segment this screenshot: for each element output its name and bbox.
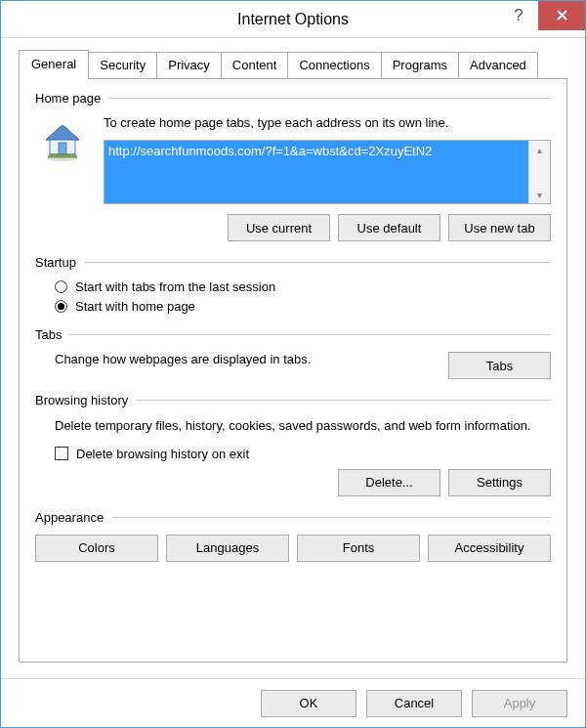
help-button[interactable]: ?: [499, 1, 538, 30]
tabs-section-text: Change how webpages are displayed in tab…: [55, 352, 437, 366]
fonts-button[interactable]: Fonts: [297, 535, 420, 562]
tabs-section-title: Tabs: [35, 327, 62, 342]
divider: [136, 400, 551, 401]
close-icon: [557, 8, 567, 23]
home-icon: [35, 115, 90, 162]
window-title: Internet Options: [237, 11, 349, 28]
tab-programs[interactable]: Programs: [381, 52, 459, 78]
ok-button[interactable]: OK: [261, 690, 356, 717]
tab-general[interactable]: General: [19, 50, 89, 79]
tab-security[interactable]: Security: [88, 52, 157, 78]
scrollbar[interactable]: ▴ ▾: [528, 141, 550, 203]
homepage-title: Home page: [35, 91, 101, 106]
close-button[interactable]: [538, 1, 585, 30]
cancel-button[interactable]: Cancel: [366, 690, 462, 717]
use-current-button[interactable]: Use current: [228, 214, 330, 241]
checkbox-icon: [55, 447, 68, 460]
radio-icon: [55, 300, 67, 313]
delete-button[interactable]: Delete...: [338, 469, 440, 496]
scroll-up-icon[interactable]: ▴: [529, 141, 550, 158]
accessibility-button[interactable]: Accessibility: [428, 535, 551, 562]
radio-label: Start with home page: [75, 299, 195, 314]
radio-label: Start with tabs from the last session: [75, 279, 275, 294]
divider: [69, 334, 551, 335]
history-title: Browsing history: [35, 393, 128, 407]
tab-content[interactable]: Content: [221, 52, 289, 78]
tab-advanced[interactable]: Advanced: [458, 52, 538, 78]
tab-privacy[interactable]: Privacy: [156, 52, 222, 78]
help-icon: ?: [514, 6, 523, 25]
tabstrip: General Security Privacy Content Connect…: [19, 52, 567, 78]
delete-on-exit-checkbox[interactable]: Delete browsing history on exit: [55, 447, 551, 461]
radio-start-last-session[interactable]: Start with tabs from the last session: [55, 279, 551, 294]
checkbox-label: Delete browsing history on exit: [76, 447, 249, 461]
svg-rect-1: [59, 143, 66, 154]
languages-button[interactable]: Languages: [166, 535, 289, 562]
tabs-button[interactable]: Tabs: [448, 352, 551, 379]
history-text: Delete temporary files, history, cookies…: [55, 417, 551, 435]
appearance-title: Appearance: [35, 510, 104, 525]
apply-button[interactable]: Apply: [472, 690, 567, 717]
radio-start-home-page[interactable]: Start with home page: [55, 299, 551, 314]
use-new-tab-button[interactable]: Use new tab: [448, 214, 551, 241]
use-default-button[interactable]: Use default: [338, 214, 440, 241]
startup-title: Startup: [35, 255, 76, 270]
radio-icon: [55, 280, 67, 293]
divider: [111, 517, 551, 518]
divider: [108, 98, 551, 99]
titlebar: Internet Options ?: [1, 1, 585, 38]
homepage-hint: To create home page tabs, type each addr…: [104, 115, 551, 130]
scroll-down-icon[interactable]: ▾: [529, 186, 550, 203]
homepage-url-input[interactable]: [105, 141, 528, 203]
divider: [84, 262, 551, 263]
settings-button[interactable]: Settings: [448, 469, 551, 496]
dialog-footer: OK Cancel Apply: [1, 678, 585, 727]
colors-button[interactable]: Colors: [35, 535, 158, 562]
tab-connections[interactable]: Connections: [287, 52, 381, 78]
